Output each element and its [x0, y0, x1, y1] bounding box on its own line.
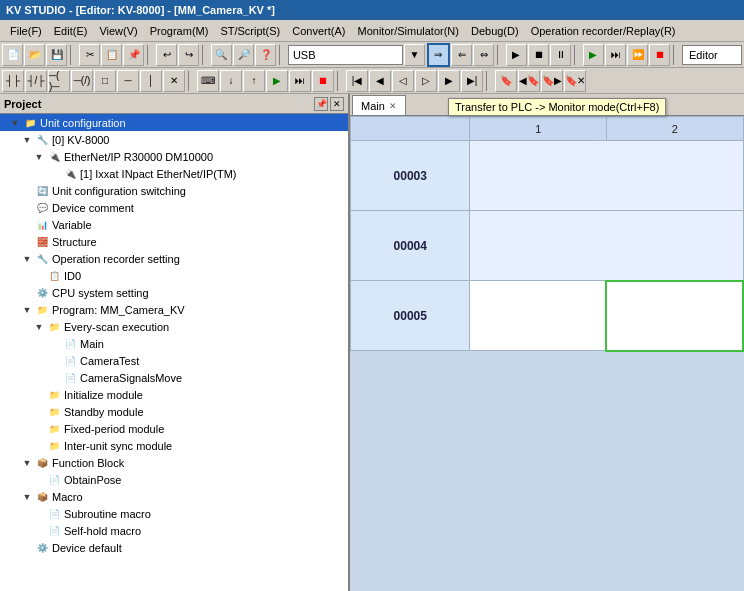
- ladder-btn4[interactable]: ↓: [220, 70, 242, 92]
- cut-button[interactable]: ✂: [79, 44, 100, 66]
- menu-file[interactable]: File(F): [4, 23, 48, 39]
- save-button[interactable]: 💾: [46, 44, 67, 66]
- bookmark-set-button[interactable]: 🔖: [495, 70, 517, 92]
- nav-next2-button[interactable]: ▷: [415, 70, 437, 92]
- compare-button[interactable]: ⇔: [473, 44, 494, 66]
- ladder-hline-button[interactable]: ─: [117, 70, 139, 92]
- nav-prev2-button[interactable]: ◁: [392, 70, 414, 92]
- grid-cell-00004-1[interactable]: [470, 211, 743, 281]
- tree-fixed-module[interactable]: 📁 Fixed-period module: [0, 420, 348, 437]
- panel-close-button[interactable]: ✕: [330, 97, 344, 111]
- copy-button[interactable]: 📋: [101, 44, 122, 66]
- new-button[interactable]: 📄: [2, 44, 23, 66]
- nav-first-button[interactable]: |◀: [346, 70, 368, 92]
- monitor-start-button[interactable]: ▶: [506, 44, 527, 66]
- tree-unit-switch[interactable]: 🔄 Unit configuration switching: [0, 182, 348, 199]
- expand-icon[interactable]: ▼: [32, 320, 46, 334]
- monitor-stop-button[interactable]: ⏹: [528, 44, 549, 66]
- tree-every-scan[interactable]: ▼ 📁 Every-scan execution: [0, 318, 348, 335]
- grid-cell-00003-1[interactable]: [470, 141, 743, 211]
- grid-cell-00005-1[interactable]: [470, 281, 607, 351]
- tree-selfhold-macro[interactable]: 📄 Self-hold macro: [0, 522, 348, 539]
- ladder-btn5[interactable]: ↑: [243, 70, 265, 92]
- open-button[interactable]: 📂: [24, 44, 45, 66]
- paste-button[interactable]: 📌: [123, 44, 144, 66]
- tree-kv8000[interactable]: ▼ 🔧 [0] KV-8000: [0, 131, 348, 148]
- stop2-button[interactable]: ⏹: [649, 44, 670, 66]
- expand-icon[interactable]: ▼: [20, 133, 34, 147]
- stop3-button[interactable]: ⏹: [312, 70, 334, 92]
- tree-unit-configuration[interactable]: ▼ 📁 Unit configuration: [0, 114, 348, 131]
- ladder-nc-button[interactable]: ┤├: [2, 70, 24, 92]
- tree-structure[interactable]: 🧱 Structure: [0, 233, 348, 250]
- tree-container[interactable]: ▼ 📁 Unit configuration ▼ 🔧 [0] KV-8000 ▼…: [0, 114, 348, 591]
- ladder-box-button[interactable]: □: [94, 70, 116, 92]
- tree-ixxat[interactable]: 🔌 [1] Ixxat INpact EtherNet/IP(TM): [0, 165, 348, 182]
- transfer-from-plc-button[interactable]: ⇐: [451, 44, 472, 66]
- menu-view[interactable]: View(V): [93, 23, 143, 39]
- tree-standby-module[interactable]: 📁 Standby module: [0, 403, 348, 420]
- run3-button[interactable]: ▶: [266, 70, 288, 92]
- step2-button[interactable]: ⏩: [627, 44, 648, 66]
- conn-dropdown-btn[interactable]: ▼: [404, 44, 425, 66]
- expand-icon[interactable]: ▼: [20, 490, 34, 504]
- tree-ethernet[interactable]: ▼ 🔌 EtherNet/IP R30000 DM10000: [0, 148, 348, 165]
- find-button[interactable]: 🔍: [211, 44, 232, 66]
- expand-icon[interactable]: ▼: [8, 116, 22, 130]
- bookmark-next-button[interactable]: 🔖▶: [541, 70, 563, 92]
- panel-pin-button[interactable]: 📌: [314, 97, 328, 111]
- delete-hline-button[interactable]: ✕: [163, 70, 185, 92]
- tree-cpu-setting[interactable]: ⚙️ CPU system setting: [0, 284, 348, 301]
- ladder-ncoil-button[interactable]: ─(/): [71, 70, 93, 92]
- nav-last-button[interactable]: ▶|: [461, 70, 483, 92]
- nav-prev-button[interactable]: ◀: [369, 70, 391, 92]
- grid-cell-00005-2[interactable]: [606, 281, 743, 351]
- undo-button[interactable]: ↩: [156, 44, 177, 66]
- ladder-coil-button[interactable]: ─( )─: [48, 70, 70, 92]
- tree-obtain-pose[interactable]: 📄 ObtainPose: [0, 471, 348, 488]
- step-button[interactable]: ⏭: [605, 44, 626, 66]
- expand-icon[interactable]: ▼: [32, 150, 46, 164]
- tree-interunit-module[interactable]: 📁 Inter-unit sync module: [0, 437, 348, 454]
- grid-area[interactable]: 1 2 00003 00004: [350, 116, 744, 591]
- menu-edit[interactable]: Edit(E): [48, 23, 94, 39]
- nav-next-button[interactable]: ▶: [438, 70, 460, 92]
- tree-function-block[interactable]: ▼ 📦 Function Block: [0, 454, 348, 471]
- help-button[interactable]: ❓: [255, 44, 276, 66]
- tree-init-module[interactable]: 📁 Initialize module: [0, 386, 348, 403]
- expand-icon[interactable]: ▼: [20, 456, 34, 470]
- tree-camera-test[interactable]: 📄 CameraTest: [0, 352, 348, 369]
- transfer-to-plc-button[interactable]: ⇒: [427, 43, 450, 67]
- expand-icon[interactable]: ▼: [20, 252, 34, 266]
- monitor-pause-button[interactable]: ⏸: [550, 44, 571, 66]
- menu-st-script[interactable]: ST/Script(S): [214, 23, 286, 39]
- step3-button[interactable]: ⏭: [289, 70, 311, 92]
- tree-program[interactable]: ▼ 📁 Program: MM_Camera_KV: [0, 301, 348, 318]
- ladder-no-button[interactable]: ┤/├: [25, 70, 47, 92]
- tree-op-recorder[interactable]: ▼ 🔧 Operation recorder setting: [0, 250, 348, 267]
- tree-variable[interactable]: 📊 Variable: [0, 216, 348, 233]
- tab-close-icon[interactable]: ✕: [389, 101, 397, 111]
- run-button[interactable]: ▶: [583, 44, 604, 66]
- connection-dropdown[interactable]: USB: [288, 45, 403, 65]
- zoom-button[interactable]: 🔎: [233, 44, 254, 66]
- tree-device-comment[interactable]: 💬 Device comment: [0, 199, 348, 216]
- tree-id0[interactable]: 📋 ID0: [0, 267, 348, 284]
- tree-subroutine-macro[interactable]: 📄 Subroutine macro: [0, 505, 348, 522]
- bookmark-prev-button[interactable]: ◀🔖: [518, 70, 540, 92]
- redo-button[interactable]: ↪: [178, 44, 199, 66]
- bookmark-clear-button[interactable]: 🔖✕: [564, 70, 586, 92]
- menu-program[interactable]: Program(M): [144, 23, 215, 39]
- expand-icon[interactable]: ▼: [20, 303, 34, 317]
- tree-main[interactable]: 📄 Main: [0, 335, 348, 352]
- menu-debug[interactable]: Debug(D): [465, 23, 525, 39]
- menu-convert[interactable]: Convert(A): [286, 23, 351, 39]
- ladder-vline-button[interactable]: │: [140, 70, 162, 92]
- ladder-btn3[interactable]: ⌨: [197, 70, 219, 92]
- tree-macro[interactable]: ▼ 📦 Macro: [0, 488, 348, 505]
- menu-monitor[interactable]: Monitor/Simulator(N): [351, 23, 464, 39]
- tab-main[interactable]: Main ✕: [352, 95, 406, 115]
- tree-camera-signals[interactable]: 📄 CameraSignalsMove: [0, 369, 348, 386]
- menu-recorder[interactable]: Operation recorder/Replay(R): [525, 23, 682, 39]
- tree-device-default[interactable]: ⚙️ Device default: [0, 539, 348, 556]
